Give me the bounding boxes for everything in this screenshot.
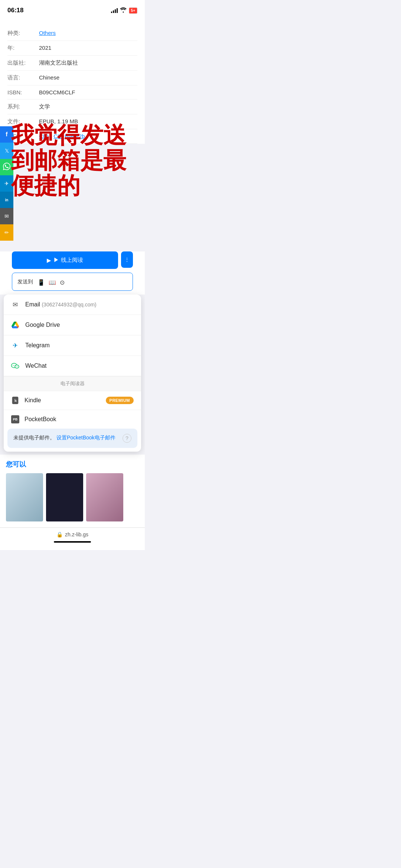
file-value: EPUB, 1.19 MB xyxy=(39,118,137,124)
wechat-text: WeChat xyxy=(25,363,47,369)
whatsapp-share-button[interactable] xyxy=(0,159,13,175)
twitter-share-button[interactable]: 𝕏 xyxy=(0,143,13,159)
telegram-option-text: Telegram xyxy=(25,342,50,349)
url-bar[interactable]: 🔒 zh.z-lib.gs xyxy=(0,531,145,537)
detail-row-isbn: ISBN: B09CCM6CLF xyxy=(7,85,137,100)
email-option-text: Email (3062744932@qq.com) xyxy=(25,301,97,308)
detail-row-file: 文件: EPUB, 1.19 MB xyxy=(7,114,137,129)
cid-link[interactable]: CID xyxy=(39,133,49,139)
file-label: 文件: xyxy=(7,118,39,125)
detail-row-ipfs: IPFS: CID , CID Blake2b xyxy=(7,129,137,144)
kindle-option[interactable]: Kindle PREMIUM xyxy=(4,391,141,410)
action-buttons: ▶ ▶ 线上阅读 ⋮ xyxy=(12,251,133,269)
svg-point-5 xyxy=(17,366,18,367)
wechat-option[interactable]: WeChat xyxy=(4,356,141,376)
pocketbook-notice: 未提供电子邮件。 设置PocketBook电子邮件 ? xyxy=(7,429,137,448)
telegram-option-icon: ✈ xyxy=(11,341,19,350)
book-thumb-1[interactable] xyxy=(6,473,43,521)
twitter-icon: 𝕏 xyxy=(5,148,9,154)
isbn-value: B09CCM6CLF xyxy=(39,89,137,95)
you-can-title: 您可以 xyxy=(6,461,26,468)
wifi-icon xyxy=(120,7,127,14)
book-details: 种类: Others 年: 2021 出版社: 湖南文艺出版社 语言: Chin… xyxy=(7,26,137,144)
whatsapp-icon xyxy=(3,163,10,172)
send-to-container[interactable]: 发送到 📱 📖 ⊙ xyxy=(12,273,133,291)
social-sidebar: f 𝕏 ✈ in ✉ ✏ xyxy=(0,126,13,241)
signal-icon xyxy=(111,8,118,13)
detail-row-series: 系列: 文学 xyxy=(7,100,137,114)
status-bar: 06:18 5+ xyxy=(0,0,145,19)
battery-icon: 5+ xyxy=(129,7,137,14)
email-option-icon: ✉ xyxy=(11,300,19,309)
kindle-icon xyxy=(11,396,19,404)
status-time: 06:18 xyxy=(7,7,23,14)
series-label: 系列: xyxy=(7,103,39,110)
language-value: Chinese xyxy=(39,74,137,81)
googledrive-option[interactable]: Google Drive xyxy=(4,315,141,335)
ipfs-value: CID , CID Blake2b xyxy=(39,133,85,140)
premium-badge: PREMIUM xyxy=(106,397,134,404)
isbn-label: ISBN: xyxy=(7,89,39,95)
pocketbook-small-icon: 📖 xyxy=(49,279,56,286)
svg-point-4 xyxy=(16,366,17,367)
url-text: zh.z-lib.gs xyxy=(65,531,88,537)
series-value: 文学 xyxy=(39,103,137,110)
comma: , xyxy=(50,133,53,139)
facebook-icon: f xyxy=(6,131,7,138)
svg-point-3 xyxy=(15,365,19,368)
detail-row-category: 种类: Others xyxy=(7,26,137,41)
language-label: 语言: xyxy=(7,74,39,81)
more-dots-icon: ⋮ xyxy=(124,257,130,263)
setup-pocketbook-link[interactable]: 设置PocketBook电子邮件 xyxy=(56,435,115,440)
detail-row-language: 语言: Chinese xyxy=(7,71,137,85)
send-to-label: 发送到 📱 📖 ⊙ xyxy=(17,277,127,286)
pocketbook-option[interactable]: PB PocketBook xyxy=(4,410,141,429)
kindle-small-icon: 📱 xyxy=(38,279,45,286)
detail-row-publisher: 出版社: 湖南文艺出版社 xyxy=(7,56,137,71)
wechat-icon xyxy=(11,362,19,370)
more-button[interactable]: ⋮ xyxy=(121,251,133,268)
send-circle-icon: ⊙ xyxy=(60,279,65,286)
email-option[interactable]: ✉ Email (3062744932@qq.com) xyxy=(4,295,141,315)
help-icon[interactable]: ? xyxy=(123,434,131,443)
lock-icon: 🔒 xyxy=(56,531,63,537)
telegram-icon: ✈ xyxy=(4,181,9,186)
category-label: 种类: xyxy=(7,30,39,37)
category-value[interactable]: Others xyxy=(39,30,56,36)
home-indicator xyxy=(54,541,91,543)
publisher-value: 湖南文艺出版社 xyxy=(39,59,137,66)
book-thumbnails xyxy=(0,469,145,527)
link-copy-button[interactable]: ✏ xyxy=(0,224,13,241)
detail-row-year: 年: 2021 xyxy=(7,41,137,56)
send-dropdown-menu: ✉ Email (3062744932@qq.com) Google Drive… xyxy=(4,295,141,452)
book-thumb-3[interactable] xyxy=(86,473,123,521)
linkedin-icon: in xyxy=(5,198,9,202)
ereader-section-divider: 电子阅读器 xyxy=(4,376,141,391)
read-online-button[interactable]: ▶ ▶ 线上阅读 xyxy=(12,251,118,269)
googledrive-text: Google Drive xyxy=(25,322,60,328)
facebook-share-button[interactable]: f xyxy=(0,126,13,143)
main-content: 种类: Others 年: 2021 出版社: 湖南文艺出版社 语言: Chin… xyxy=(0,19,145,144)
publisher-label: 出版社: xyxy=(7,59,39,66)
book-thumb-2[interactable] xyxy=(46,473,83,521)
year-label: 年: xyxy=(7,45,39,52)
link-icon: ✏ xyxy=(4,230,9,235)
status-icons: 5+ xyxy=(111,7,137,14)
notice-text: 未提供电子邮件。 设置PocketBook电子邮件 xyxy=(13,434,119,442)
kindle-text: Kindle xyxy=(25,397,101,404)
you-can-section: 您可以 xyxy=(0,455,145,469)
telegram-option[interactable]: ✈ Telegram xyxy=(4,335,141,356)
email-share-button[interactable]: ✉ xyxy=(0,208,13,224)
googledrive-icon xyxy=(11,321,19,329)
cid-blake2b-link[interactable]: CID Blake2b xyxy=(53,133,85,139)
linkedin-share-button[interactable]: in xyxy=(0,192,13,208)
pocketbook-icon: PB xyxy=(11,415,19,423)
svg-point-1 xyxy=(13,365,14,366)
year-value: 2021 xyxy=(39,45,137,51)
bottom-bar: 🔒 zh.z-lib.gs xyxy=(0,527,145,550)
telegram-share-button[interactable]: ✈ xyxy=(0,175,13,192)
email-icon: ✉ xyxy=(4,213,9,219)
send-to-icons: 📱 📖 ⊙ xyxy=(36,279,65,286)
play-icon: ▶ xyxy=(47,257,51,264)
pocketbook-text: PocketBook xyxy=(25,416,56,423)
